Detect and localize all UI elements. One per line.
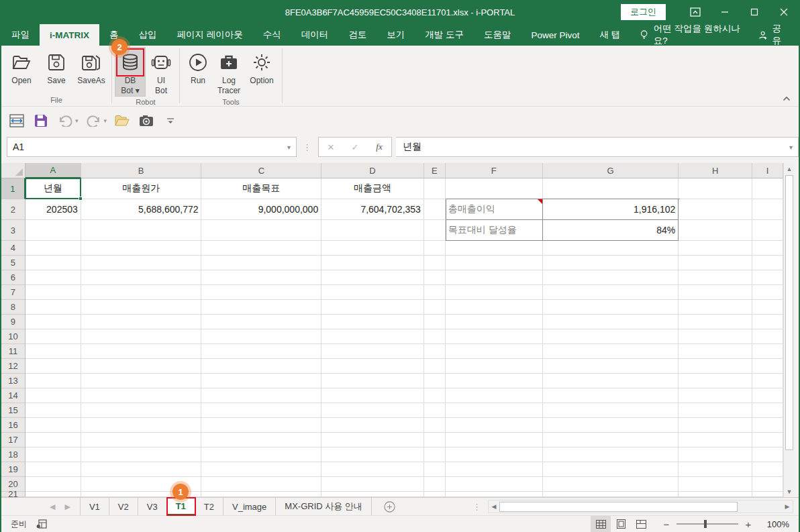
cell-F13[interactable] — [446, 374, 543, 388]
vertical-scrollbar[interactable]: ▲ ▼ — [783, 163, 795, 497]
cell-H17[interactable] — [679, 433, 752, 447]
sheet-nav-right-icon[interactable]: ▶ — [64, 502, 70, 511]
cell-F8[interactable] — [446, 300, 543, 315]
cell-A14[interactable] — [26, 388, 81, 403]
cell-F17[interactable] — [446, 433, 543, 447]
row-header-19[interactable]: 19 — [1, 462, 26, 477]
cell-H12[interactable] — [679, 359, 752, 374]
customize-qat-icon[interactable] — [162, 112, 179, 129]
cell-E4[interactable] — [424, 241, 446, 256]
cell-D20[interactable] — [321, 477, 424, 492]
cell-C17[interactable] — [201, 433, 321, 447]
cell-H3[interactable] — [679, 220, 752, 241]
cell-C18[interactable] — [201, 447, 321, 462]
cell-F5[interactable] — [446, 256, 543, 270]
cell-C10[interactable] — [201, 329, 321, 344]
cell-B1[interactable]: 매출원가 — [81, 178, 202, 199]
db-bot-button[interactable]: DBBot ▾2 — [115, 47, 146, 97]
cell-B19[interactable] — [81, 462, 202, 477]
cell-H5[interactable] — [679, 256, 752, 270]
ribbon-tab-power-pivot[interactable]: Power Pivot — [521, 24, 590, 46]
cell-D14[interactable] — [321, 388, 424, 403]
horizontal-scrollbar[interactable]: ◀ ▶ — [488, 500, 793, 513]
select-all-corner[interactable] — [1, 163, 26, 178]
cell-I6[interactable] — [752, 270, 783, 285]
cell-G9[interactable] — [543, 315, 679, 329]
cell-H4[interactable] — [679, 241, 752, 256]
cell-G8[interactable] — [543, 300, 679, 315]
cell-A8[interactable] — [26, 300, 81, 315]
ribbon-tab-새-탭[interactable]: 새 탭 — [590, 24, 631, 46]
page-break-preview-button[interactable] — [631, 516, 651, 532]
cell-G5[interactable] — [543, 256, 679, 270]
cell-A7[interactable] — [26, 285, 81, 300]
formula-input[interactable]: 년월 ▾ — [396, 137, 799, 157]
cell-E12[interactable] — [424, 359, 446, 374]
zoom-slider-thumb[interactable] — [704, 520, 707, 528]
open-button[interactable]: Open — [4, 47, 39, 87]
cell-C15[interactable] — [201, 403, 321, 418]
cell-B12[interactable] — [81, 359, 202, 374]
ribbon-tab-보기[interactable]: 보기 — [377, 24, 415, 46]
cell-I11[interactable] — [752, 344, 783, 359]
cell-I5[interactable] — [752, 256, 783, 270]
cell-B5[interactable] — [81, 256, 202, 270]
sheet-tab-v3[interactable]: V3 — [138, 498, 167, 515]
cell-D18[interactable] — [321, 447, 424, 462]
cell-A3[interactable] — [26, 220, 81, 241]
cell-D4[interactable] — [321, 241, 424, 256]
column-header-A[interactable]: A — [26, 163, 81, 178]
cell-I16[interactable] — [752, 418, 783, 433]
cell-E13[interactable] — [424, 374, 446, 388]
cell-E2[interactable] — [424, 199, 446, 220]
ribbon-display-options-icon[interactable] — [681, 2, 710, 22]
sheet-tab-mx-grid-사용-안내[interactable]: MX-GRID 사용 안내 — [276, 498, 372, 515]
cell-G14[interactable] — [543, 388, 679, 403]
cell-I19[interactable] — [752, 462, 783, 477]
cell-E18[interactable] — [424, 447, 446, 462]
cell-I7[interactable] — [752, 285, 783, 300]
cell-A16[interactable] — [26, 418, 81, 433]
save-button[interactable]: Save — [39, 47, 74, 87]
cell-C14[interactable] — [201, 388, 321, 403]
vertical-scroll-track[interactable] — [784, 451, 795, 486]
row-header-7[interactable]: 7 — [1, 285, 26, 300]
cell-C19[interactable] — [201, 462, 321, 477]
cell-G13[interactable] — [543, 374, 679, 388]
scroll-left-icon[interactable]: ◀ — [489, 503, 499, 510]
row-header-13[interactable]: 13 — [1, 374, 26, 388]
ribbon-tab-파일[interactable]: 파일 — [1, 24, 40, 46]
cell-E9[interactable] — [424, 315, 446, 329]
cell-E7[interactable] — [424, 285, 446, 300]
log-tracer-button[interactable]: LogTracer — [213, 47, 244, 97]
cell-A20[interactable] — [26, 477, 81, 492]
cell-E6[interactable] — [424, 270, 446, 285]
cell-E11[interactable] — [424, 344, 446, 359]
row-header-16[interactable]: 16 — [1, 418, 26, 433]
ribbon-tab-개발-도구[interactable]: 개발 도구 — [415, 24, 474, 46]
column-header-H[interactable]: H — [679, 163, 752, 178]
cell-A21[interactable] — [26, 492, 81, 497]
cell-H8[interactable] — [679, 300, 752, 315]
share-button[interactable]: 공유 — [758, 24, 799, 46]
row-header-9[interactable]: 9 — [1, 315, 26, 329]
row-header-18[interactable]: 18 — [1, 447, 26, 462]
column-header-B[interactable]: B — [81, 163, 202, 178]
cell-C16[interactable] — [201, 418, 321, 433]
ribbon-tab-도움말[interactable]: 도움말 — [474, 24, 521, 46]
cell-D15[interactable] — [321, 403, 424, 418]
cell-C21[interactable] — [201, 492, 321, 497]
cell-A11[interactable] — [26, 344, 81, 359]
cell-I9[interactable] — [752, 315, 783, 329]
cell-B16[interactable] — [81, 418, 202, 433]
sheet-tab-v_image[interactable]: V_image — [223, 498, 276, 515]
cell-I3[interactable] — [752, 220, 783, 241]
cell-F4[interactable] — [446, 241, 543, 256]
vertical-scroll-thumb[interactable] — [785, 175, 793, 450]
cell-C11[interactable] — [201, 344, 321, 359]
cell-D7[interactable] — [321, 285, 424, 300]
cell-B4[interactable] — [81, 241, 202, 256]
cell-A15[interactable] — [26, 403, 81, 418]
fill-handle[interactable] — [79, 197, 83, 201]
cell-C1[interactable]: 매출목표 — [201, 178, 321, 199]
